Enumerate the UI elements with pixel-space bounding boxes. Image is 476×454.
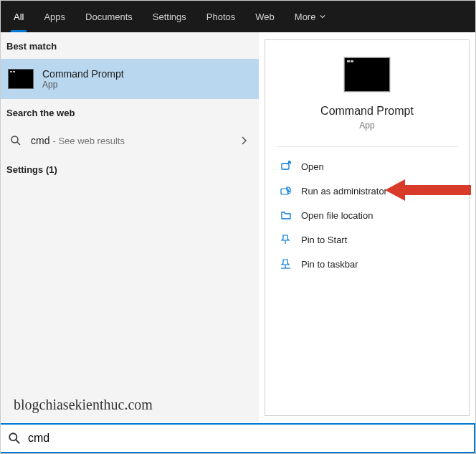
divider	[277, 146, 457, 147]
tab-documents[interactable]: Documents	[75, 1, 143, 32]
watermark-text: blogchiasekienthuc.com	[14, 397, 153, 413]
tab-settings-label: Settings	[153, 11, 186, 22]
svg-point-0	[11, 136, 18, 143]
tab-all-label: All	[14, 11, 24, 22]
tab-apps[interactable]: Apps	[34, 1, 75, 32]
open-icon	[278, 160, 294, 173]
result-title: Command Prompt	[42, 68, 124, 80]
svg-point-7	[9, 433, 16, 440]
action-run-admin-label: Run as administrator	[301, 186, 387, 197]
best-match-label: Best match	[1, 32, 259, 59]
tab-more-label: More	[295, 11, 316, 22]
action-pin-start[interactable]: Pin to Start	[272, 227, 462, 252]
search-web-label: Search the web	[1, 99, 259, 126]
run-admin-icon	[278, 184, 294, 197]
preview-pane: Command Prompt App Open Run as administr…	[265, 39, 470, 416]
web-hint-text: - See web results	[52, 136, 124, 146]
preview-subtitle: App	[265, 120, 469, 131]
tab-apps-label: Apps	[44, 11, 65, 22]
tab-photos-label: Photos	[206, 11, 235, 22]
action-list: Open Run as administrator Open file loca…	[265, 154, 469, 276]
svg-line-1	[17, 142, 20, 145]
preview-title: Command Prompt	[265, 105, 469, 118]
svg-rect-2	[282, 164, 289, 169]
results-pane: Best match Command Prompt App Search the…	[1, 32, 259, 422]
tab-documents-label: Documents	[85, 11, 133, 22]
best-match-result[interactable]: Command Prompt App	[1, 59, 259, 99]
settings-results-label[interactable]: Settings (1)	[1, 156, 259, 182]
search-bar-icon	[8, 432, 21, 445]
top-tabbar: All Apps Documents Settings Photos Web M…	[1, 1, 475, 32]
chevron-down-icon	[320, 14, 325, 19]
tab-web[interactable]: Web	[245, 1, 285, 32]
action-open[interactable]: Open	[272, 154, 462, 179]
web-query-text: cmd	[31, 135, 49, 146]
tab-web-label: Web	[255, 11, 275, 22]
result-text-block: Command Prompt App	[42, 68, 124, 90]
tab-all[interactable]: All	[4, 1, 34, 32]
tab-settings[interactable]: Settings	[143, 1, 196, 32]
action-open-label: Open	[301, 161, 324, 172]
folder-icon	[278, 209, 294, 222]
cmd-icon	[8, 69, 34, 89]
pin-taskbar-icon	[278, 257, 294, 270]
action-run-admin[interactable]: Run as administrator	[272, 179, 462, 203]
search-bar[interactable]	[1, 423, 475, 453]
result-subtitle: App	[42, 80, 124, 90]
action-open-location-label: Open file location	[301, 210, 373, 221]
tab-more[interactable]: More	[285, 1, 336, 32]
action-pin-start-label: Pin to Start	[301, 235, 347, 245]
pin-start-icon	[278, 233, 294, 246]
search-icon	[8, 133, 24, 148]
chevron-right-icon	[240, 136, 247, 145]
cmd-preview-icon	[344, 57, 390, 92]
action-pin-taskbar[interactable]: Pin to taskbar	[272, 252, 462, 276]
web-result-row[interactable]: cmd - See web results	[1, 126, 259, 156]
action-open-location[interactable]: Open file location	[272, 203, 462, 227]
main-area: Best match Command Prompt App Search the…	[1, 32, 475, 422]
tab-photos[interactable]: Photos	[196, 1, 245, 32]
search-input[interactable]	[28, 432, 467, 445]
action-pin-taskbar-label: Pin to taskbar	[301, 259, 358, 270]
svg-line-8	[16, 440, 19, 443]
